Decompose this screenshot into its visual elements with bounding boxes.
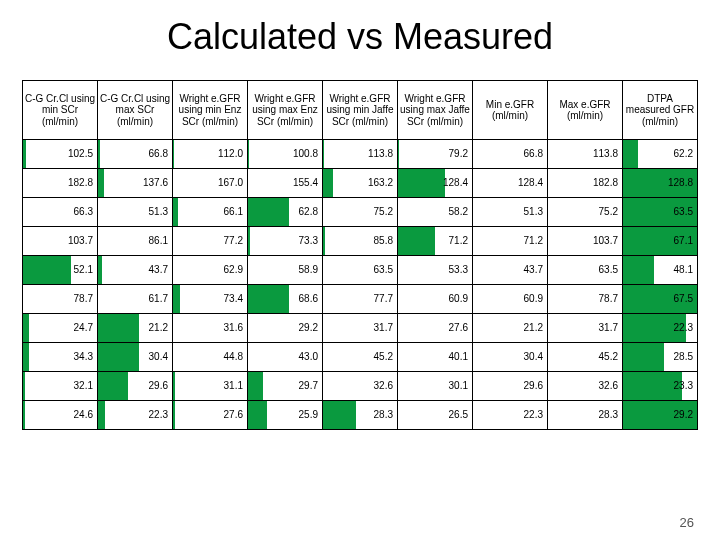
cell: 61.7 (98, 285, 173, 314)
cell-value: 60.9 (473, 293, 547, 305)
cell: 100.8 (248, 140, 323, 169)
cell-value: 44.8 (173, 351, 247, 363)
cell-value: 22.3 (623, 322, 697, 334)
cell-value: 32.6 (323, 380, 397, 392)
cell: 102.5 (23, 140, 98, 169)
cell: 103.7 (548, 227, 623, 256)
cell-value: 62.9 (173, 264, 247, 276)
cell: 128.4 (473, 169, 548, 198)
cell-value: 34.3 (23, 351, 97, 363)
cell-value: 61.7 (98, 293, 172, 305)
cell-value: 86.1 (98, 235, 172, 247)
table-row: 102.566.8112.0100.8113.879.266.8113.862.… (23, 140, 698, 169)
cell-value: 128.4 (398, 177, 472, 189)
cell-value: 63.5 (323, 264, 397, 276)
col-header: Wright e.GFR using max Jaffe SCr (ml/min… (398, 81, 473, 140)
cell-value: 79.2 (398, 148, 472, 160)
cell-value: 66.1 (173, 206, 247, 218)
cell: 22.3 (473, 401, 548, 430)
cell-value: 25.9 (248, 409, 322, 421)
cell: 182.8 (548, 169, 623, 198)
cell: 113.8 (548, 140, 623, 169)
cell: 32.1 (23, 372, 98, 401)
cell-value: 30.4 (98, 351, 172, 363)
cell: 58.9 (248, 256, 323, 285)
cell-value: 103.7 (23, 235, 97, 247)
gfr-table: C-G Cr.Cl using min SCr (ml/min)C-G Cr.C… (22, 80, 698, 430)
cell: 22.3 (98, 401, 173, 430)
cell: 53.3 (398, 256, 473, 285)
cell-value: 103.7 (548, 235, 622, 247)
cell-value: 63.5 (548, 264, 622, 276)
cell: 29.2 (248, 314, 323, 343)
table-row: 24.721.231.629.231.727.621.231.722.3 (23, 314, 698, 343)
table-row: 32.129.631.129.732.630.129.632.623.3 (23, 372, 698, 401)
cell-value: 29.2 (623, 409, 697, 421)
cell: 51.3 (473, 198, 548, 227)
cell-value: 31.6 (173, 322, 247, 334)
cell: 32.6 (323, 372, 398, 401)
cell: 63.5 (623, 198, 698, 227)
cell-value: 40.1 (398, 351, 472, 363)
col-header: Wright e.GFR using max Enz SCr (ml/min) (248, 81, 323, 140)
cell: 78.7 (548, 285, 623, 314)
cell-value: 62.8 (248, 206, 322, 218)
cell-value: 66.3 (23, 206, 97, 218)
cell: 73.4 (173, 285, 248, 314)
cell: 34.3 (23, 343, 98, 372)
slide-title: Calculated vs Measured (22, 16, 698, 58)
cell-value: 102.5 (23, 148, 97, 160)
cell-value: 29.6 (473, 380, 547, 392)
cell-value: 22.3 (98, 409, 172, 421)
cell-value: 73.4 (173, 293, 247, 305)
cell-value: 51.3 (98, 206, 172, 218)
cell: 71.2 (398, 227, 473, 256)
cell-value: 43.7 (98, 264, 172, 276)
cell: 43.7 (98, 256, 173, 285)
slide: Calculated vs Measured C-G Cr.Cl using m… (0, 0, 720, 540)
cell: 113.8 (323, 140, 398, 169)
cell-value: 137.6 (98, 177, 172, 189)
cell-value: 68.6 (248, 293, 322, 305)
cell-value: 77.7 (323, 293, 397, 305)
cell-value: 31.7 (548, 322, 622, 334)
cell: 45.2 (323, 343, 398, 372)
cell: 32.6 (548, 372, 623, 401)
cell-value: 113.8 (323, 148, 397, 160)
cell: 167.0 (173, 169, 248, 198)
cell: 43.7 (473, 256, 548, 285)
cell-value: 73.3 (248, 235, 322, 247)
cell: 62.9 (173, 256, 248, 285)
cell: 68.6 (248, 285, 323, 314)
cell-value: 113.8 (548, 148, 622, 160)
cell-value: 182.8 (23, 177, 97, 189)
cell: 30.4 (98, 343, 173, 372)
cell: 30.1 (398, 372, 473, 401)
cell-value: 28.5 (623, 351, 697, 363)
cell-value: 66.8 (98, 148, 172, 160)
cell: 137.6 (98, 169, 173, 198)
cell: 155.4 (248, 169, 323, 198)
cell: 21.2 (473, 314, 548, 343)
cell-value: 45.2 (548, 351, 622, 363)
cell: 28.3 (323, 401, 398, 430)
col-header: Min e.GFR (ml/min) (473, 81, 548, 140)
col-header: Wright e.GFR using min Enz SCr (ml/min) (173, 81, 248, 140)
cell: 182.8 (23, 169, 98, 198)
cell: 60.9 (398, 285, 473, 314)
cell: 43.0 (248, 343, 323, 372)
cell-value: 28.3 (323, 409, 397, 421)
cell-value: 112.0 (173, 148, 247, 160)
cell: 31.7 (323, 314, 398, 343)
cell: 66.8 (473, 140, 548, 169)
cell: 62.2 (623, 140, 698, 169)
cell: 63.5 (548, 256, 623, 285)
cell: 52.1 (23, 256, 98, 285)
cell-value: 43.0 (248, 351, 322, 363)
cell: 30.4 (473, 343, 548, 372)
cell: 48.1 (623, 256, 698, 285)
table-row: 34.330.444.843.045.240.130.445.228.5 (23, 343, 698, 372)
cell-value: 71.2 (473, 235, 547, 247)
cell-value: 52.1 (23, 264, 97, 276)
cell-value: 48.1 (623, 264, 697, 276)
